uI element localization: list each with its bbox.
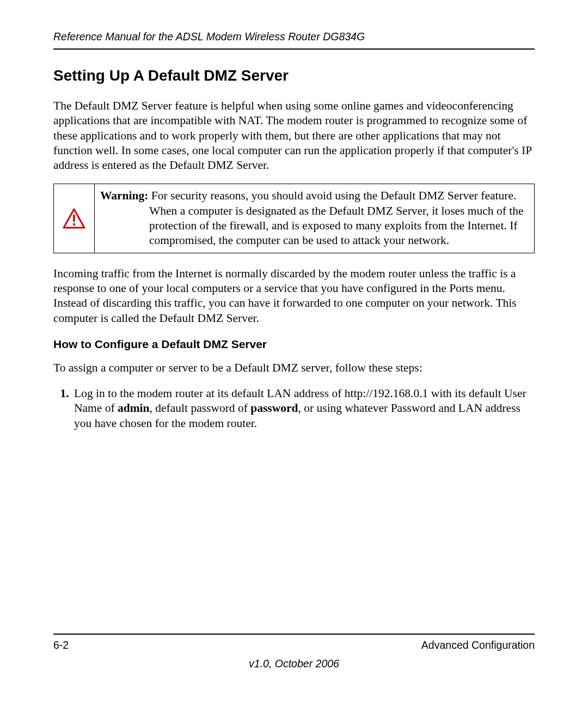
warning-box: Warning: For security reasons, you shoul… (53, 184, 535, 253)
version-line: v1.0, October 2006 (53, 658, 535, 670)
subsection-title: How to Configure a Default DMZ Server (53, 338, 535, 351)
step-bold-password: password (250, 401, 298, 415)
warning-body: For security reasons, you should avoid u… (149, 189, 524, 247)
steps-list: Log in to the modem router at its defaul… (53, 386, 535, 431)
post-warning-paragraph: Incoming traffic from the Internet is no… (53, 266, 535, 326)
document-page: Reference Manual for the ADSL Modem Wire… (0, 0, 588, 706)
footer-rule (53, 634, 535, 635)
page-footer: 6-2 Advanced Configuration v1.0, October… (53, 634, 535, 652)
warning-text: Warning: For security reasons, you shoul… (95, 184, 534, 252)
step-item: Log in to the modem router at its defaul… (72, 386, 535, 431)
svg-rect-2 (73, 223, 75, 226)
warning-label: Warning: (100, 189, 148, 202)
warning-triangle-icon (63, 208, 85, 229)
warning-icon-cell (54, 184, 95, 252)
svg-rect-1 (73, 215, 75, 222)
header-rule (53, 48, 535, 50)
page-number: 6-2 (53, 639, 69, 652)
intro-paragraph: The Default DMZ Server feature is helpfu… (53, 99, 535, 173)
running-header: Reference Manual for the ADSL Modem Wire… (53, 31, 535, 48)
step-bold-admin: admin (118, 401, 150, 415)
subsection-lead: To assign a computer or server to be a D… (53, 361, 535, 375)
section-title: Setting Up A Default DMZ Server (53, 67, 535, 84)
step-text-mid: , default password of (150, 401, 251, 415)
chapter-name: Advanced Configuration (421, 639, 535, 652)
